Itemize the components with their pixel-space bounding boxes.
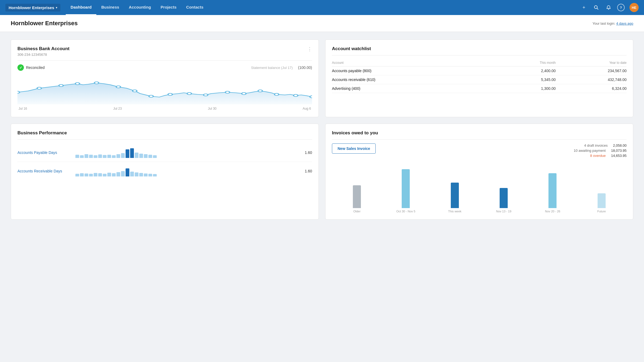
bar-wrapper-3 xyxy=(500,171,508,208)
perf-bar xyxy=(85,154,88,158)
performance-divider xyxy=(17,139,312,140)
perf-bar xyxy=(135,153,138,158)
watchlist-card: Account watchlist Account This month Yea… xyxy=(325,39,633,117)
last-login: Your last login: 4 days ago xyxy=(592,21,633,25)
stat-row-overdue: 8 overdue 14,653.95 xyxy=(590,154,627,158)
row1-ytd: 432,748.00 xyxy=(556,75,627,84)
row2-ytd: 6,324.00 xyxy=(556,84,627,93)
perf-bar xyxy=(107,155,111,158)
bar-label-5: Future xyxy=(597,210,606,213)
perf-bar xyxy=(94,155,97,158)
bar-label-3: Nov 13 - 19 xyxy=(496,210,511,213)
svg-point-3 xyxy=(37,87,41,89)
bar-group-2: This week xyxy=(431,171,479,213)
user-avatar[interactable]: HE xyxy=(630,3,639,12)
check-circle-icon: ✓ xyxy=(17,64,24,71)
table-row: Accounts receivable (610) 5,345.00 432,7… xyxy=(332,75,627,84)
search-icon[interactable] xyxy=(592,4,600,11)
bank-divider xyxy=(17,60,312,61)
perf-bar xyxy=(98,154,102,158)
chart-label-1: Jul 23 xyxy=(113,107,122,110)
perf-label-1[interactable]: Accounts Receivable Days xyxy=(17,169,71,173)
add-icon[interactable]: + xyxy=(580,4,588,11)
perf-bar xyxy=(107,173,111,176)
bar-label-4: Nov 20 - 26 xyxy=(545,210,560,213)
bar-group-4: Nov 20 - 26 xyxy=(529,171,576,213)
nav-link-projects[interactable]: Projects xyxy=(156,0,181,15)
perf-value-0: 1.60 xyxy=(301,150,312,155)
nav-link-contacts[interactable]: Contacts xyxy=(181,0,208,15)
table-row: Advertising (400) 1,300.00 6,324.00 xyxy=(332,84,627,93)
perf-value-1: 1.60 xyxy=(301,169,312,173)
svg-point-15 xyxy=(258,90,262,92)
bar-nov13 xyxy=(500,188,508,208)
bar-label-2: This week xyxy=(448,210,462,213)
bar-wrapper-5 xyxy=(598,171,606,208)
perf-bar xyxy=(85,173,88,176)
last-login-link[interactable]: 4 days ago xyxy=(616,21,633,25)
chart-label-3: Aug 6 xyxy=(303,107,311,110)
reconciled-label: Reconciled xyxy=(26,65,45,70)
bar-wrapper-1 xyxy=(402,171,410,208)
help-icon[interactable]: ? xyxy=(617,4,625,11)
row1-account: Accounts receivable (610) xyxy=(332,75,496,84)
svg-point-8 xyxy=(133,90,137,92)
nav-link-dashboard[interactable]: Dashboard xyxy=(66,0,96,15)
new-invoice-button[interactable]: New Sales Invoice xyxy=(332,143,376,154)
perf-bar xyxy=(116,172,120,176)
svg-point-4 xyxy=(59,84,63,87)
row1-this-month: 5,345.00 xyxy=(496,75,556,84)
bar-this-week xyxy=(451,183,459,208)
svg-line-1 xyxy=(597,8,598,10)
bar-group-0: Older xyxy=(333,171,381,213)
perf-bar xyxy=(94,173,97,176)
overdue-label: 8 overdue xyxy=(590,154,606,158)
svg-point-5 xyxy=(75,83,80,85)
row0-account: Accounts payable (800) xyxy=(332,67,496,75)
watchlist-divider xyxy=(332,55,627,56)
perf-bar xyxy=(121,153,125,158)
bar-future xyxy=(598,193,606,208)
bar-group-5: Future xyxy=(578,171,625,213)
reconciled-row: ✓ Reconciled Statement balance (Jul 17) … xyxy=(17,64,312,71)
perf-bar xyxy=(153,174,157,176)
bank-menu-icon[interactable]: ⋮ xyxy=(307,46,312,52)
bank-account-number: 306-234-12345678 xyxy=(17,53,69,57)
brand-name: Hornblower Enterprises xyxy=(9,5,54,10)
svg-point-12 xyxy=(203,94,208,96)
perf-bar xyxy=(148,155,152,158)
bar-wrapper-4 xyxy=(548,171,557,208)
perf-bar xyxy=(144,173,148,176)
perf-bar xyxy=(103,174,107,176)
perf-bars-0 xyxy=(75,147,297,158)
chart-label-0: Jul 16 xyxy=(19,107,27,110)
perf-bar xyxy=(139,154,143,158)
bank-title: Business Bank Account xyxy=(17,46,69,51)
bar-nov20 xyxy=(548,173,557,208)
bell-icon[interactable] xyxy=(605,4,612,11)
main-content: Business Bank Account 306-234-12345678 ⋮… xyxy=(0,32,644,227)
statement-info: Statement balance (Jul 17) (100.00) xyxy=(251,65,312,70)
perf-bar xyxy=(139,173,143,176)
page-header: Hornblower Enterprises Your last login: … xyxy=(0,15,644,32)
bar-wrapper-2 xyxy=(451,171,459,208)
brand-logo[interactable]: Hornblower Enterprises ▾ xyxy=(5,4,60,12)
perf-bar xyxy=(98,173,102,176)
nav-links: Dashboard Business Accounting Projects C… xyxy=(66,0,580,15)
perf-bar xyxy=(144,154,148,158)
watchlist-thead: Account This month Year to date xyxy=(332,59,627,67)
performance-card: Business Performance Accounts Payable Da… xyxy=(11,124,319,220)
perf-bar xyxy=(103,155,107,158)
svg-point-18 xyxy=(310,96,312,98)
bar-wrapper-0 xyxy=(353,171,361,208)
perf-row-0: Accounts Payable Days xyxy=(17,143,312,162)
perf-bar xyxy=(126,168,129,176)
watchlist-title: Account watchlist xyxy=(332,46,627,51)
statement-label: Statement balance (Jul 17) xyxy=(251,66,292,70)
bar-group-1: Oct 30 - Nov 5 xyxy=(382,171,430,213)
draft-label: 4 draft invoices xyxy=(584,143,608,147)
nav-link-business[interactable]: Business xyxy=(96,0,124,15)
nav-link-accounting[interactable]: Accounting xyxy=(124,0,156,15)
perf-label-0[interactable]: Accounts Payable Days xyxy=(17,150,71,155)
svg-point-2 xyxy=(17,91,20,93)
